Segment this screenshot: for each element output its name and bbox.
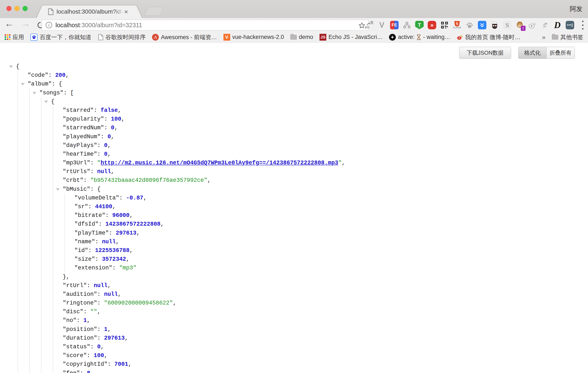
sitemap-extension-icon[interactable] xyxy=(402,21,411,30)
json-token: null xyxy=(97,169,111,175)
json-row: "disc": "", xyxy=(0,308,588,316)
json-token: "starred" xyxy=(63,107,94,114)
bookmark-apps[interactable]: 应用 xyxy=(5,33,24,41)
active-tab[interactable]: localhost:3000/album?id=323 × xyxy=(37,5,142,18)
bookmark-star-icon[interactable] xyxy=(358,22,366,29)
json-token: null xyxy=(94,282,108,289)
json-token: : { xyxy=(52,81,62,87)
weibo-extension-icon[interactable] xyxy=(528,21,537,30)
window-maximize-button[interactable] xyxy=(22,6,28,11)
json-token: "starredNum" xyxy=(63,125,104,131)
bookmark-baidu[interactable]: 百度一下，你就知道 xyxy=(30,33,91,41)
json-token: "mp3Url" xyxy=(63,160,90,166)
json-row: "position": 1, xyxy=(0,325,588,334)
json-token: 1 xyxy=(83,317,87,324)
echojs-icon: JS xyxy=(319,34,326,41)
s-extension-icon[interactable]: S xyxy=(503,21,512,30)
json-row: "popularity": 100, xyxy=(0,115,588,124)
bookmarks-overflow-chevron[interactable]: » xyxy=(542,34,546,41)
mp3-url-link[interactable]: http://m2.music.126.net/mO4G5dQ7WPm3Le0l… xyxy=(101,160,338,166)
json-row: "bMusic": { xyxy=(0,185,588,194)
json-token: , xyxy=(129,247,133,254)
bookmark-demo[interactable]: demo xyxy=(290,34,313,40)
page-info-icon[interactable]: i xyxy=(46,22,52,28)
json-token: , xyxy=(136,230,140,236)
other-bookmarks[interactable]: 其他书签 xyxy=(552,33,583,41)
browser-profile-name[interactable]: 阿发 xyxy=(570,5,582,13)
json-token: 1423867572222808 xyxy=(105,221,160,227)
bookmarks-bar: 应用 百度一下，你就知道 谷歌按时间排序 A Awesomes - 前端资… V… xyxy=(0,32,588,43)
qrcode-extension-icon[interactable] xyxy=(440,21,449,30)
json-token: "sr" xyxy=(74,203,88,210)
new-tab-button[interactable] xyxy=(144,7,164,16)
json-row: "starred": false, xyxy=(0,106,588,115)
json-token: , xyxy=(104,352,107,359)
collapse-toggle-icon[interactable] xyxy=(9,65,13,68)
translate-extension-icon[interactable]: 英 en xyxy=(365,21,374,30)
indent-guide xyxy=(29,89,30,373)
d-extension-icon[interactable]: D xyxy=(553,21,562,30)
download-circle-icon xyxy=(389,34,396,41)
folder-icon xyxy=(552,35,558,40)
window-close-button[interactable] xyxy=(6,6,11,11)
json-token: 1225536788 xyxy=(95,247,129,254)
fe-extension-icon[interactable]: FE xyxy=(390,21,399,30)
json-token: , xyxy=(173,300,177,306)
mask-extension-icon[interactable] xyxy=(490,21,499,30)
browser-menu-button[interactable] xyxy=(582,21,584,30)
json-token: 100 xyxy=(94,352,104,359)
json-row: { xyxy=(0,97,588,106)
json-token: 1 xyxy=(104,326,107,333)
tampermonkey-extension-icon[interactable]: T xyxy=(415,21,424,30)
collapse-toggle-icon[interactable] xyxy=(21,83,25,85)
json-token: "disc" xyxy=(63,309,83,315)
json-token: "dayPlays" xyxy=(63,142,97,149)
collapse-toggle-icon[interactable] xyxy=(32,92,36,95)
vue-icon: V xyxy=(223,34,230,41)
vue-devtools-extension-icon[interactable]: V xyxy=(377,21,386,30)
bookmark-active-download[interactable]: active: - waiting… xyxy=(389,34,450,41)
paw-extension-icon[interactable] xyxy=(465,21,474,30)
json-token: : xyxy=(87,282,94,289)
json-row: "extension": "mp3" xyxy=(0,264,588,272)
json-token: "" xyxy=(90,309,97,315)
json-token: "dfsId" xyxy=(74,221,98,227)
lastpass-extension-icon[interactable]: •••| xyxy=(566,21,574,30)
json-row: "duration": 297613, xyxy=(0,334,588,343)
window-minimize-button[interactable] xyxy=(14,6,20,11)
json-token: 7001 xyxy=(114,361,128,367)
back-button[interactable]: ← xyxy=(5,19,14,29)
bookmark-echojs[interactable]: JS Echo JS - JavaScri… xyxy=(319,34,383,41)
tab-bar: localhost:3000/album?id=323 × 阿发 xyxy=(0,0,588,18)
forward-button: → xyxy=(21,19,30,29)
json-token: : xyxy=(101,134,107,140)
bookmark-vue-hackernews[interactable]: V vue-hackernews-2.0 xyxy=(223,34,284,41)
address-bar[interactable]: i localhost:3000/album?id=32311 xyxy=(42,20,369,30)
json-token: : [ xyxy=(63,90,74,96)
json-token: , xyxy=(108,142,111,149)
json-token: : xyxy=(97,142,104,149)
html5-player-extension-icon[interactable]: 5 PLAYER xyxy=(452,21,462,30)
json-row: "code": 200, xyxy=(0,71,588,80)
blue-chevron-extension-icon[interactable] xyxy=(478,21,487,30)
json-row: "audition": null, xyxy=(0,290,588,299)
bookmark-weibo[interactable]: 我的首页 微博-随时… xyxy=(457,33,520,41)
bookmark-google-sort[interactable]: 谷歌按时间排序 xyxy=(98,33,146,41)
monkey-extension-icon[interactable]: 1 xyxy=(515,21,524,30)
json-row: "rtUrls": null, xyxy=(0,167,588,176)
hummingbird-extension-icon[interactable] xyxy=(540,21,549,30)
bookmark-awesomes[interactable]: A Awesomes - 前端资… xyxy=(152,33,217,41)
collapse-toggle-icon[interactable] xyxy=(56,188,60,191)
json-token: , xyxy=(90,370,94,373)
json-row: "playTime": 297613, xyxy=(0,229,588,237)
json-token: , xyxy=(160,221,164,227)
json-token: "fee" xyxy=(63,370,80,373)
json-token: , xyxy=(97,309,101,315)
json-token: 0 xyxy=(108,134,111,140)
collapse-toggle-icon[interactable] xyxy=(44,101,48,103)
json-token: , xyxy=(118,107,121,114)
json-token: , xyxy=(129,212,133,219)
fastforward-extension-icon[interactable]: » xyxy=(428,21,436,30)
json-token: "bitrate" xyxy=(74,212,105,219)
tab-close-icon[interactable]: × xyxy=(124,8,128,15)
